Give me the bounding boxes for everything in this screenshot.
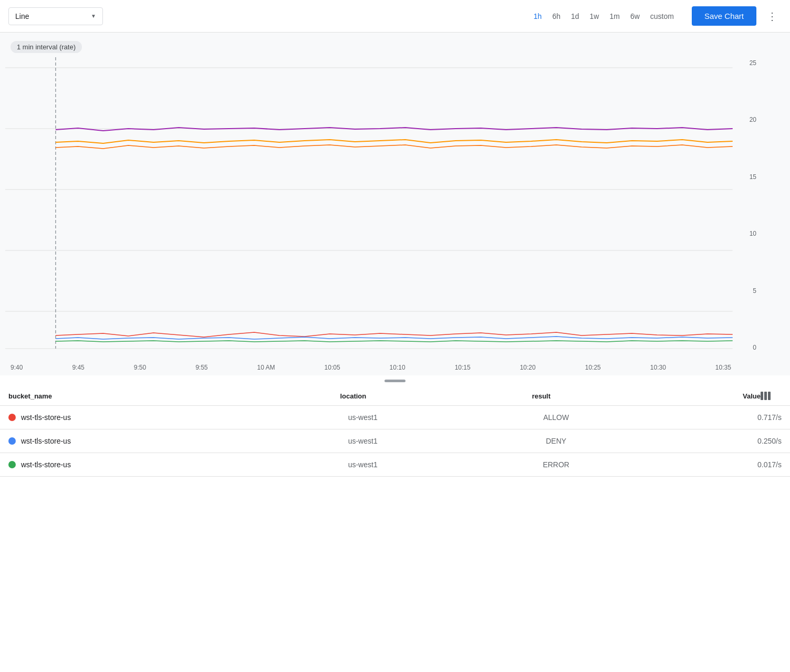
legend-value-1: 0.250/s	[653, 437, 782, 445]
legend-bucket-1: wst-tls-store-us	[8, 437, 266, 445]
y-label-10: 10	[750, 230, 756, 237]
x-axis-label: 10:30	[650, 364, 666, 371]
legend-location-0: us-west1	[266, 413, 460, 422]
legend-section: bucket_name location result Value wst-tl…	[0, 386, 790, 477]
time-btn-1w[interactable]: 1w	[585, 9, 605, 24]
columns-toggle-icon[interactable]	[761, 392, 782, 400]
y-axis-labels: 25 20 15 10 5 0	[734, 57, 761, 362]
color-dot-2	[8, 461, 16, 468]
interval-badge: 1 min interval (rate)	[11, 41, 82, 53]
col-header-bucket: bucket_name	[8, 392, 259, 400]
legend-value-2: 0.017/s	[653, 460, 782, 469]
save-chart-button[interactable]: Save Chart	[692, 6, 756, 26]
x-axis-label: 9:45	[72, 364, 84, 371]
time-btn-custom[interactable]: custom	[645, 9, 679, 24]
color-dot-0	[8, 414, 16, 421]
chart-type-label: Line	[15, 12, 29, 20]
legend-bucket-2: wst-tls-store-us	[8, 460, 266, 469]
legend-result-2: ERROR	[460, 460, 653, 469]
time-range-group: 1h6h1d1w1m6wcustom	[528, 9, 679, 24]
x-axis-label: 10:10	[390, 364, 406, 371]
legend-header: bucket_name location result Value	[0, 386, 790, 406]
legend-row: wst-tls-store-us us-west1 ALLOW 0.717/s	[0, 406, 790, 429]
more-options-button[interactable]: ⋮	[763, 8, 782, 25]
x-axis-label: 10:15	[455, 364, 471, 371]
x-axis-labels: 9:409:459:509:5510 AM10:0510:1010:1510:2…	[5, 362, 761, 375]
legend-row: wst-tls-store-us us-west1 DENY 0.250/s	[0, 429, 790, 453]
chart-container: 25 20 15 10 5 0 9:409:459:509:5510 AM10:…	[0, 57, 790, 375]
header: Line ▼ 1h6h1d1w1m6wcustom Save Chart ⋮	[0, 0, 790, 33]
time-btn-1d[interactable]: 1d	[566, 9, 585, 24]
x-axis-label: 9:50	[134, 364, 146, 371]
chart-svg	[5, 57, 761, 362]
legend-bucket-0: wst-tls-store-us	[8, 413, 266, 422]
col-header-result: result	[447, 392, 635, 400]
time-btn-6w[interactable]: 6w	[625, 9, 645, 24]
time-btn-6h[interactable]: 6h	[547, 9, 566, 24]
bucket-name-2: wst-tls-store-us	[21, 460, 71, 469]
bucket-name-1: wst-tls-store-us	[21, 437, 71, 445]
bucket-name-0: wst-tls-store-us	[21, 413, 71, 422]
y-label-20: 20	[750, 116, 756, 123]
svg-rect-0	[5, 57, 761, 362]
legend-result-1: DENY	[460, 437, 653, 445]
y-label-5: 5	[753, 287, 756, 295]
legend-value-0: 0.717/s	[653, 413, 782, 422]
chart-type-dropdown[interactable]: Line ▼	[8, 7, 103, 25]
col-header-value: Value	[635, 392, 761, 400]
y-label-25: 25	[750, 59, 756, 67]
legend-row: wst-tls-store-us us-west1 ERROR 0.017/s	[0, 453, 790, 477]
col-header-location: location	[259, 392, 447, 400]
legend-location-2: us-west1	[266, 460, 460, 469]
x-axis-label: 10:25	[585, 364, 601, 371]
legend-location-1: us-west1	[266, 437, 460, 445]
x-axis-label: 10:20	[520, 364, 536, 371]
y-label-0: 0	[753, 344, 756, 351]
x-axis-label: 10 AM	[257, 364, 275, 371]
x-axis-label: 10:35	[715, 364, 731, 371]
time-btn-1m[interactable]: 1m	[604, 9, 625, 24]
x-axis-label: 9:55	[195, 364, 207, 371]
dropdown-arrow-icon: ▼	[91, 13, 96, 19]
legend-result-0: ALLOW	[460, 413, 653, 422]
time-btn-1h[interactable]: 1h	[528, 9, 547, 24]
x-axis-label: 10:05	[325, 364, 340, 371]
chart-area: 1 min interval (rate)	[0, 33, 790, 375]
color-dot-1	[8, 437, 16, 445]
divider-handle[interactable]	[384, 380, 406, 382]
y-label-15: 15	[750, 173, 756, 181]
x-axis-label: 9:40	[11, 364, 23, 371]
